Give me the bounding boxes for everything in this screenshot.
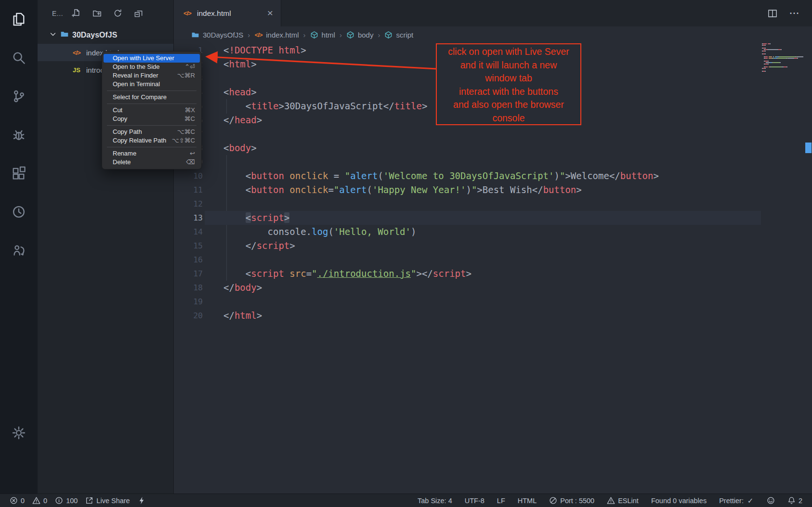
activity-item-extensions[interactable] [0,154,38,193]
menu-item-label: Copy Relative Path [113,136,168,145]
menu-item-copy[interactable]: Copy⌘C [104,115,200,123]
line-number: 10 [174,169,203,183]
code-line[interactable]: 20</html> [174,309,812,323]
menu-item-label: Copy Path [113,128,173,136]
status-label: ESLint [618,497,639,505]
folder-icon [191,31,199,39]
status-label: 0 [21,497,25,505]
status-live-server-port[interactable]: Port : 5500 [549,496,594,505]
explorer-action-new-file[interactable] [72,9,81,18]
code-line[interactable]: 9 [174,155,812,169]
code-line[interactable]: 8<body> [174,141,812,155]
breadcrumb-item-index-html[interactable]: </>index.html [254,31,299,39]
crumb-label: 30DaysOfJS [203,31,243,39]
line-number: 13 [174,211,203,225]
menu-item-label: Open in Terminal [113,80,195,89]
minimap-line [762,45,804,46]
explorer-action-refresh[interactable] [113,9,122,18]
menu-item-copy-relative-path[interactable]: Copy Relative Path⌥⇧⌘C [104,136,200,145]
code-line[interactable]: 13 <script> [174,211,812,225]
code-line[interactable]: 12 [174,197,812,211]
status-problems-warnings[interactable]: 0 [32,496,47,505]
activity-item-debug[interactable] [0,116,38,154]
menu-item-label: Rename [113,149,186,158]
menu-item-reveal-in-finder[interactable]: Reveal in Finder⌥⌘R [104,71,200,80]
status-prettier[interactable]: Prettier:✓ [719,497,754,505]
minimap-line [762,46,804,47]
code-line[interactable]: 19 [174,295,812,309]
activity-item-settings-gear[interactable] [0,414,38,452]
code-line[interactable]: 10 <button onclick = "alert('Welcome to … [174,169,812,183]
breadcrumb-item-30daysofjs[interactable]: 30DaysOfJS [191,31,243,39]
status-end-of-line[interactable]: LF [497,497,505,505]
explorer-icon [12,12,26,26]
activity-item-source-control[interactable] [0,77,38,116]
menu-shortcut: ⌥⌘R [177,71,195,80]
status-tab-size[interactable]: Tab Size: 4 [418,497,452,505]
explorer-action-collapse-all[interactable] [134,9,143,18]
menu-shortcut: ⌥⌘C [177,128,195,136]
new-file-icon [72,9,81,18]
code-line[interactable]: 17 <script src="./introduction.js"></scr… [174,267,812,281]
menu-item-open-in-terminal[interactable]: Open in Terminal [104,80,200,89]
status-encoding[interactable]: UTF-8 [465,497,485,505]
activity-item-explorer[interactable] [0,0,38,39]
menu-item-cut[interactable]: Cut⌘X [104,106,200,115]
minimap[interactable] [762,43,804,72]
menu-shortcut: ⌫ [186,158,195,167]
status-label: 100 [66,497,78,505]
code-line[interactable]: 16 [174,253,812,267]
menu-item-delete[interactable]: Delete⌫ [104,158,200,167]
line-number: 11 [174,183,203,197]
status-language-mode[interactable]: HTML [518,497,537,505]
code-text: <!DOCTYPE html> [203,43,306,57]
menu-separator [107,104,196,104]
chevron-right-icon: › [303,31,306,39]
breadcrumb-item-body[interactable]: body [346,31,374,39]
status-problems-info[interactable]: 100 [55,496,78,505]
context-menu: Open with Live ServerOpen to the Side⌃⏎R… [102,51,202,169]
line-number: 18 [174,281,203,295]
code-line[interactable]: 18</body> [174,281,812,295]
code-text: <title>30DaysOfJavaScript</title> [203,99,427,113]
tab-index-html[interactable]: </> index.html × [174,0,281,26]
search-icon [12,51,26,65]
tab-action-split-editor[interactable] [768,9,777,18]
folder-row-30daysofjs[interactable]: 30DaysOfJS [38,26,173,44]
status-eslint[interactable]: ESLint [607,496,639,505]
code-text [203,127,223,141]
activity-item-search[interactable] [0,39,38,77]
menu-item-rename[interactable]: Rename↩ [104,149,200,158]
code-line[interactable]: 15 </script> [174,239,812,253]
status-live-share[interactable]: Live Share [85,496,130,505]
code-line[interactable]: 7 [174,127,812,141]
menu-item-open-with-live-server[interactable]: Open with Live Server [104,54,200,63]
breadcrumb-item-html[interactable]: html [310,31,335,39]
menu-item-select-for-compare[interactable]: Select for Compare [104,93,200,102]
menu-item-copy-path[interactable]: Copy Path⌥⌘C [104,128,200,136]
breadcrumb-item-script[interactable]: script [384,31,413,39]
check-icon: ✓ [747,497,754,505]
chevron-right-icon: › [378,31,380,39]
status-bar: 00100Live Share Tab Size: 4UTF-8LFHTMLPo… [0,494,812,507]
activity-item-live-share[interactable] [0,231,38,270]
tab-action-ellipsis[interactable]: ··· [790,9,799,18]
status-label: Prettier: [719,497,744,505]
status-feedback-smiley[interactable] [767,496,775,505]
close-icon[interactable]: × [265,8,275,18]
status-found-variables[interactable]: Found 0 variables [651,497,707,505]
code-line[interactable]: 11 <button onclick="alert('Happy New Yea… [174,183,812,197]
explorer-action-new-folder[interactable] [92,9,102,18]
menu-item-label: Reveal in Finder [113,71,173,80]
annotation-line: console [437,112,580,125]
code-line[interactable]: 14 console.log('Hello, World') [174,225,812,239]
symbol-cube-icon [384,31,393,39]
status-problems-errors[interactable]: 0 [10,496,25,505]
menu-item-label: Copy [113,115,181,123]
menu-item-open-to-the-side[interactable]: Open to the Side⌃⏎ [104,63,200,71]
status-label: 0 [43,497,47,505]
new-folder-icon [92,9,102,18]
status-notifications-bell[interactable]: 2 [787,496,802,505]
activity-item-history[interactable] [0,193,38,231]
status-live-server-toggle[interactable] [138,496,146,505]
